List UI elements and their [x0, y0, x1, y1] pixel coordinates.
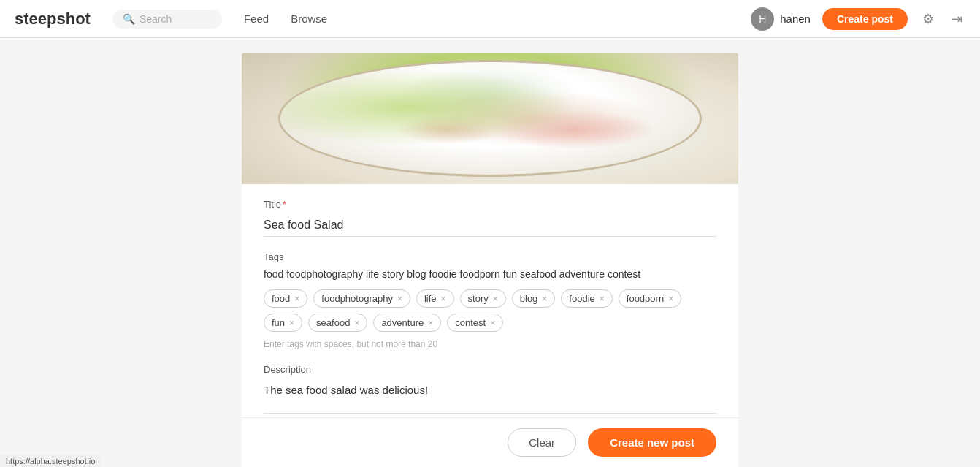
- tag-close-button[interactable]: ×: [294, 294, 299, 304]
- tags-text: food foodphotography life story blog foo…: [264, 267, 716, 282]
- tag-chip-label: fun: [272, 317, 285, 328]
- tag-chip-label: foodphotography: [321, 293, 393, 304]
- tag-close-button[interactable]: ×: [493, 294, 498, 304]
- tag-close-button[interactable]: ×: [441, 294, 446, 304]
- nav-browse[interactable]: Browse: [291, 12, 327, 25]
- logout-button[interactable]: ⇥: [949, 8, 965, 30]
- user-info[interactable]: H hanen: [751, 7, 811, 31]
- tag-close-button[interactable]: ×: [397, 294, 402, 304]
- tag-close-button[interactable]: ×: [490, 318, 495, 328]
- tag-chip: story×: [460, 289, 506, 308]
- tags-group: Tags food foodphotography life story blo…: [264, 251, 716, 349]
- tags-container: food×foodphotography×life×story×blog×foo…: [264, 289, 716, 332]
- post-form: Title * Tags food foodphotography life s…: [242, 53, 738, 460]
- tag-chip-label: adventure: [381, 317, 424, 328]
- tag-chip: fun×: [264, 314, 302, 332]
- nav-feed[interactable]: Feed: [244, 12, 269, 25]
- tag-chip-label: foodporn: [627, 293, 664, 304]
- status-bar: https://alpha.steepshot.io: [0, 455, 101, 467]
- bottom-bar: Clear Create new post: [242, 417, 738, 467]
- main-content: Title * Tags food foodphotography life s…: [0, 38, 980, 467]
- tag-chip-label: life: [424, 293, 437, 304]
- tag-chip-label: blog: [520, 293, 538, 304]
- tag-chip: blog×: [512, 289, 556, 308]
- nav-links: Feed Browse: [244, 12, 751, 25]
- tag-close-button[interactable]: ×: [428, 318, 433, 328]
- required-star: *: [283, 199, 286, 210]
- tags-label: Tags: [264, 251, 716, 262]
- tag-chip: contest×: [447, 314, 503, 332]
- tag-chip: foodphotography×: [313, 289, 410, 308]
- tag-chip: adventure×: [373, 314, 441, 332]
- header: steepshot 🔍 Search Feed Browse H hanen C…: [0, 0, 980, 38]
- image-mock: [242, 53, 738, 184]
- plate: [278, 60, 702, 177]
- settings-button[interactable]: ⚙: [919, 8, 937, 30]
- create-post-button[interactable]: Create post: [822, 8, 908, 30]
- header-right: H hanen Create post ⚙ ⇥: [751, 7, 965, 31]
- description-input[interactable]: [264, 379, 716, 414]
- tag-chip: seafood×: [308, 314, 367, 332]
- tag-chip-label: food: [272, 293, 290, 304]
- tag-chip: foodporn×: [619, 289, 681, 308]
- tag-chip: foodie×: [561, 289, 612, 308]
- tag-close-button[interactable]: ×: [600, 294, 605, 304]
- tag-close-button[interactable]: ×: [354, 318, 359, 328]
- tag-chip: life×: [416, 289, 454, 308]
- tag-chip-label: contest: [455, 317, 486, 328]
- description-label: Description: [264, 364, 716, 375]
- tags-hint: Enter tags with spaces, but not more tha…: [264, 339, 716, 349]
- tag-chip-label: seafood: [316, 317, 350, 328]
- food-detail: [280, 62, 700, 175]
- tag-close-button[interactable]: ×: [289, 318, 294, 328]
- title-group: Title *: [264, 199, 716, 237]
- tag-close-button[interactable]: ×: [542, 294, 547, 304]
- tag-chip: food×: [264, 289, 307, 308]
- post-image: [242, 53, 738, 184]
- logo[interactable]: steepshot: [15, 10, 91, 29]
- search-icon: 🔍: [123, 13, 135, 25]
- tag-close-button[interactable]: ×: [668, 294, 673, 304]
- search-label: Search: [139, 13, 172, 25]
- username: hanen: [780, 12, 811, 25]
- title-label: Title *: [264, 199, 716, 210]
- tag-chip-label: foodie: [569, 293, 594, 304]
- avatar: H: [751, 7, 774, 31]
- clear-button[interactable]: Clear: [508, 428, 576, 457]
- create-new-post-button[interactable]: Create new post: [588, 428, 716, 457]
- search-bar[interactable]: 🔍 Search: [112, 10, 222, 29]
- tag-chip-label: story: [468, 293, 489, 304]
- title-input[interactable]: [264, 214, 716, 237]
